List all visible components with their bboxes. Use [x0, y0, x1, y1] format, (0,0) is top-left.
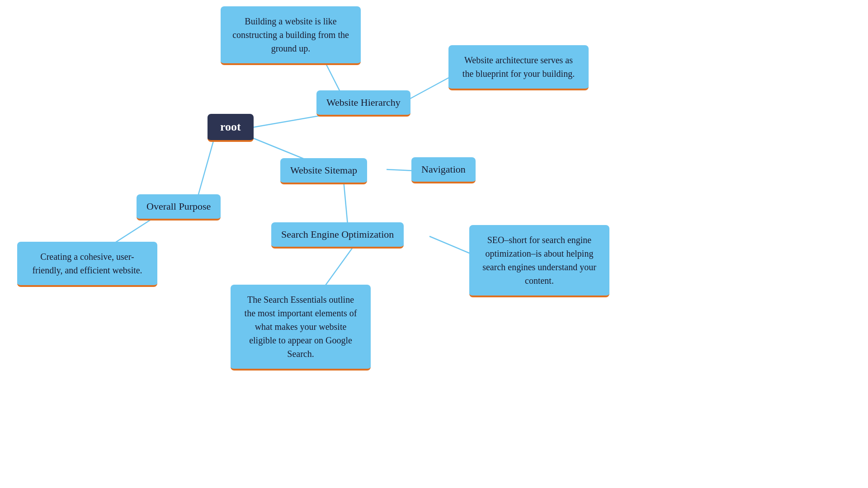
seo-node[interactable]: Search Engine Optimization	[271, 222, 404, 249]
overall-purpose-node[interactable]: Overall Purpose	[137, 194, 221, 221]
svg-line-8	[429, 236, 472, 254]
architecture-text-node: Website architecture serves as the bluep…	[448, 45, 589, 90]
website-sitemap-node[interactable]: Website Sitemap	[280, 158, 367, 184]
website-hierarchy-label: Website Hierarchy	[316, 90, 410, 117]
seo-label: Search Engine Optimization	[271, 222, 404, 249]
navigation-node[interactable]: Navigation	[411, 157, 476, 183]
cohesive-text-label: Creating a cohesive, user-friendly, and …	[17, 242, 157, 287]
architecture-text-label: Website architecture serves as the bluep…	[448, 45, 589, 90]
building-text-label: Building a website is like constructing …	[221, 6, 361, 65]
search-essentials-text-label: The Search Essentials outline the most i…	[231, 285, 371, 371]
cohesive-text-node: Creating a cohesive, user-friendly, and …	[17, 242, 157, 287]
root-node[interactable]: root	[208, 114, 254, 142]
seo-short-text-label: SEO–short for search engine optimization…	[469, 225, 609, 297]
search-essentials-text-node: The Search Essentials outline the most i…	[231, 285, 371, 371]
navigation-label: Navigation	[411, 157, 476, 183]
website-sitemap-label: Website Sitemap	[280, 158, 367, 184]
root-label: root	[208, 114, 254, 142]
overall-purpose-label: Overall Purpose	[137, 194, 221, 221]
building-text-node: Building a website is like constructing …	[221, 6, 361, 65]
seo-short-text-node: SEO–short for search engine optimization…	[469, 225, 609, 297]
website-hierarchy-node[interactable]: Website Hierarchy	[316, 90, 410, 117]
